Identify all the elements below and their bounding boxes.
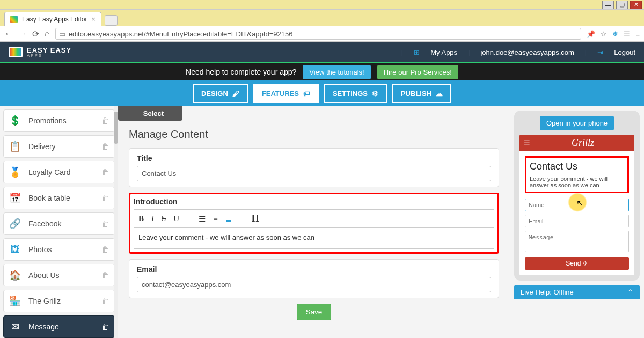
sidebar-scrollbar[interactable] — [114, 106, 118, 338]
trash-icon[interactable]: 🗑 — [101, 116, 109, 125]
trash-icon[interactable]: 🗑 — [101, 245, 109, 254]
bold-button[interactable]: B — [138, 214, 144, 223]
trash-icon[interactable]: 🗑 — [101, 219, 109, 228]
preview-message-input[interactable] — [525, 231, 629, 252]
email-input[interactable] — [137, 277, 491, 292]
live-help-button[interactable]: Live Help: Offline ⌃ — [514, 285, 640, 299]
chevron-up-icon: ⌃ — [627, 288, 633, 296]
sidebar-item-grillz[interactable]: 🏪The Grillz🗑 — [3, 290, 115, 312]
nav-publish[interactable]: PUBLISH☁ — [392, 84, 451, 103]
heading-button[interactable]: H — [252, 213, 259, 224]
trash-icon[interactable]: 🗑 — [101, 142, 109, 151]
hamburger-icon[interactable]: ☰ — [524, 139, 530, 147]
paper-plane-icon: ✈ — [583, 260, 588, 267]
preview-send-button[interactable]: Send ✈ — [525, 257, 629, 270]
list-icon[interactable]: ☰ — [624, 30, 630, 38]
title-label: Title — [137, 154, 491, 163]
strike-button[interactable]: S — [162, 214, 166, 223]
trash-icon[interactable]: 🗑 — [101, 322, 109, 331]
os-maximize-button[interactable]: ▢ — [616, 1, 628, 9]
os-minimize-button[interactable]: — — [602, 1, 614, 9]
forward-icon[interactable]: → — [18, 29, 27, 39]
sidebar: 💲Promotions🗑 📋Delivery🗑 🏅Loyalty Card🗑 📅… — [0, 106, 118, 338]
store-icon: 🏪 — [9, 295, 21, 307]
preview-subtitle: Leave your comment - we will answer as s… — [530, 175, 624, 188]
image-icon: 🖼 — [9, 244, 21, 255]
introduction-editor[interactable]: Leave your comment - we will answer as s… — [134, 227, 494, 249]
preview-intro-highlight: Contact Us Leave your comment - we will … — [525, 156, 629, 193]
logout-link[interactable]: Logout — [614, 48, 635, 56]
share-icon: 🔗 — [9, 218, 21, 230]
sidebar-item-facebook[interactable]: 🔗Facebook🗑 — [3, 212, 115, 235]
preview-title: Contact Us — [530, 161, 624, 172]
sidebar-item-delivery[interactable]: 📋Delivery🗑 — [3, 135, 115, 158]
tab-title: Easy Easy Apps Editor — [22, 16, 87, 23]
calendar-icon: 📅 — [9, 192, 21, 204]
clipboard-icon: 📋 — [9, 141, 21, 152]
apps-grid-icon[interactable]: ⊞ — [414, 48, 420, 56]
preview-app-name: Grillz — [536, 137, 630, 149]
bullet-list-button[interactable]: ☰ — [199, 214, 206, 224]
nav-settings[interactable]: SETTINGS⚙ — [324, 84, 387, 103]
numbered-list-button[interactable]: ≡ — [213, 214, 217, 223]
user-email[interactable]: john.doe@easyeasyapps.com — [480, 48, 574, 56]
page-heading: Manage Content — [129, 128, 499, 141]
trash-icon[interactable]: 🗑 — [101, 297, 109, 305]
email-label: Email — [137, 265, 491, 274]
new-tab-button[interactable] — [105, 15, 118, 26]
nav-design[interactable]: DESIGN🖌 — [193, 84, 248, 103]
sidebar-item-about[interactable]: 🏠About Us🗑 — [3, 264, 115, 286]
url-input[interactable] — [69, 30, 578, 38]
extension-icon[interactable]: ❄ — [612, 30, 618, 38]
preview-header: ☰ Grillz — [519, 135, 634, 151]
bookmark-pin-icon[interactable]: 📌 — [587, 30, 595, 38]
star-icon[interactable]: ☆ — [601, 30, 607, 38]
email-group: Email — [129, 259, 499, 298]
italic-button[interactable]: I — [151, 214, 154, 223]
page-icon: ▭ — [59, 30, 65, 38]
nav-features[interactable]: FEATURES🏷 — [253, 84, 319, 103]
envelope-icon: ✉ — [9, 321, 21, 333]
align-button[interactable]: ≣ — [225, 214, 232, 224]
title-input[interactable] — [137, 166, 491, 181]
title-group: Title — [129, 148, 499, 187]
trash-icon[interactable]: 🗑 — [101, 168, 109, 177]
back-icon[interactable]: ← — [4, 29, 13, 39]
dollar-icon: 💲 — [9, 115, 21, 127]
open-sign-icon: 🏠 — [9, 269, 21, 281]
reload-icon[interactable]: ⟳ — [32, 29, 39, 39]
url-bar[interactable]: ▭ — [55, 28, 582, 40]
tag-icon: 🏷 — [303, 90, 310, 98]
browser-tab[interactable]: Easy Easy Apps Editor × — [4, 12, 101, 26]
trash-icon[interactable]: 🗑 — [101, 194, 109, 202]
brush-icon: 🖌 — [232, 90, 239, 98]
cloud-upload-icon: ☁ — [436, 90, 443, 98]
favicon-icon — [10, 16, 18, 23]
my-apps-link[interactable]: My Apps — [430, 48, 457, 56]
introduction-label: Introduction — [134, 197, 494, 206]
logout-icon: ⇥ — [597, 48, 603, 56]
preview-name-input[interactable] — [525, 199, 629, 211]
editor-toolbar: B I S U ☰ ≡ ≣ H — [134, 209, 494, 227]
sidebar-item-message[interactable]: ✉Message🗑 — [3, 315, 115, 338]
preview-email-input[interactable] — [525, 215, 629, 227]
hire-pro-button[interactable]: Hire our Pro Services! — [377, 65, 458, 79]
sidebar-item-book[interactable]: 📅Book a table🗑 — [3, 187, 115, 209]
logo-icon — [9, 47, 23, 57]
sidebar-item-promotions[interactable]: 💲Promotions🗑 — [3, 109, 115, 132]
os-close-button[interactable]: ✕ — [630, 1, 642, 9]
menu-icon[interactable]: ≡ — [635, 30, 640, 38]
view-tutorials-button[interactable]: View the tutorials! — [303, 65, 370, 79]
open-in-phone-button[interactable]: Open in your phone — [540, 116, 614, 130]
brand-logo[interactable]: EASY EASY APPS — [9, 46, 71, 58]
underline-button[interactable]: U — [173, 214, 179, 223]
trash-icon[interactable]: 🗑 — [101, 271, 109, 280]
sidebar-item-loyalty[interactable]: 🏅Loyalty Card🗑 — [3, 161, 115, 183]
preview-panel: Open in your phone ☰ Grillz Contact Us L… — [510, 106, 644, 338]
select-button[interactable]: Select — [118, 106, 182, 121]
tab-close-icon[interactable]: × — [91, 15, 96, 23]
save-button[interactable]: Save — [297, 304, 331, 320]
sidebar-item-photos[interactable]: 🖼Photos🗑 — [3, 238, 115, 261]
medal-icon: 🏅 — [9, 166, 21, 178]
home-icon[interactable]: ⌂ — [45, 29, 50, 39]
